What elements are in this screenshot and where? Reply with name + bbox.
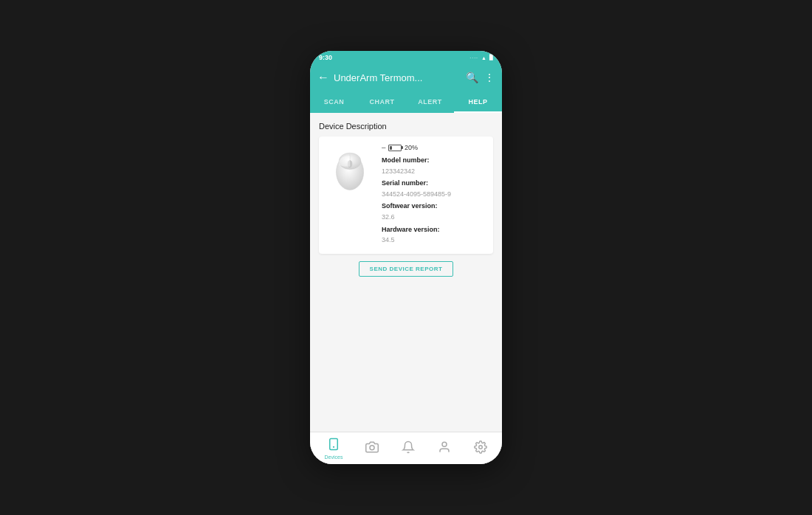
svg-point-5 (333, 446, 334, 447)
status-icons: ···· ▲ ▉ (469, 55, 493, 61)
battery-status: ▉ (489, 55, 493, 61)
user-icon (438, 440, 451, 456)
app-bar-actions: 🔍 ⋮ (466, 72, 495, 83)
battery-fill (390, 146, 392, 150)
wireless-icon: ⎼ (382, 144, 385, 151)
software-label: Softwear version: (382, 201, 486, 211)
tab-scan[interactable]: SCAN (310, 91, 358, 113)
devices-icon (327, 438, 340, 453)
nav-item-devices[interactable]: Devices (320, 435, 348, 463)
software-value: 32.6 (382, 212, 486, 222)
settings-icon (474, 440, 487, 456)
phone-frame: 9:30 ···· ▲ ▉ ← UnderArm Termom... 🔍 ⋮ S… (310, 51, 502, 464)
svg-rect-4 (330, 438, 338, 449)
serial-label: Serial number: (382, 179, 486, 188)
device-card: ⎼ 20% Model number: 123342342 Serial num… (319, 136, 493, 254)
status-bar: 9:30 ···· ▲ ▉ (310, 51, 502, 64)
device-mouse-svg (330, 146, 371, 194)
nav-item-alerts[interactable] (397, 438, 419, 459)
app-bar-title: UnderArm Termom... (334, 72, 461, 83)
back-button[interactable]: ← (317, 72, 329, 83)
nav-item-settings[interactable] (469, 438, 492, 459)
more-options-icon[interactable]: ⋮ (484, 72, 495, 83)
device-info: ⎼ 20% Model number: 123342342 Serial num… (382, 144, 486, 246)
status-time: 9:30 (319, 54, 332, 61)
hardware-value: 34.5 (382, 235, 486, 245)
svg-point-6 (370, 446, 374, 450)
bell-icon (402, 440, 415, 456)
battery-percent: 20% (405, 144, 418, 151)
devices-label: Devices (325, 454, 343, 460)
signal-dots: ···· (469, 55, 478, 61)
main-content: Device Description (310, 113, 502, 432)
serial-value: 344524-4095-589485-9 (382, 190, 486, 199)
model-label: Model number: (382, 156, 486, 165)
network-arrows: ▲ (481, 55, 486, 61)
svg-point-8 (479, 446, 483, 449)
search-icon[interactable]: 🔍 (466, 72, 478, 83)
tab-bar: SCAN CHART ALERT HELP (310, 91, 502, 113)
battery-row: ⎼ 20% (382, 144, 486, 151)
device-image (326, 144, 374, 196)
camera-icon (365, 440, 379, 456)
bottom-nav: Devices (310, 432, 502, 464)
send-device-report-button[interactable]: SEND DEVICE REPORT (359, 261, 454, 277)
send-report-section: SEND DEVICE REPORT (319, 261, 493, 277)
app-bar: ← UnderArm Termom... 🔍 ⋮ (310, 64, 502, 91)
svg-point-7 (442, 442, 447, 446)
hardware-label: Hardware version: (382, 225, 486, 235)
battery-body (388, 145, 402, 151)
tab-alert[interactable]: ALERT (406, 91, 454, 113)
model-value: 123342342 (382, 167, 486, 176)
section-title: Device Description (319, 122, 493, 131)
nav-item-profile[interactable] (433, 438, 455, 459)
nav-item-camera[interactable] (361, 438, 383, 459)
tab-help[interactable]: HELP (454, 91, 502, 113)
tab-chart[interactable]: CHART (358, 91, 406, 113)
